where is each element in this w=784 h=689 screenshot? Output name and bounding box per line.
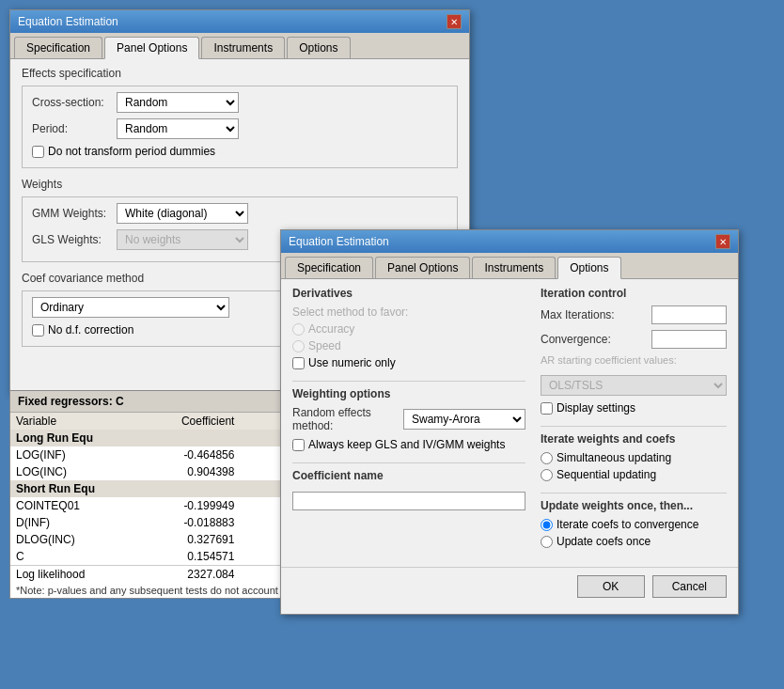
update-coefs-label: Update coefs once	[557, 535, 651, 548]
iteration-group: Iteration control Max Iterations: 5000 C…	[541, 287, 727, 415]
period-group: Period: Random	[32, 118, 447, 139]
no-df-checkbox[interactable]	[32, 324, 44, 337]
window2-tabbar: Specification Panel Options Instruments …	[281, 253, 738, 279]
coef-cointeq: -0.199949	[138, 497, 241, 514]
ar-starting-label: AR starting coefficient values:	[541, 354, 727, 366]
accuracy-option: Accuracy	[292, 322, 525, 336]
window2-btnbar: OK Cancel	[281, 567, 738, 605]
weighting-group: Weighting options Random effects method:…	[292, 387, 525, 451]
select-method-label: Select method to favor:	[292, 305, 525, 319]
window2-left: Derivatives Select method to favor: Accu…	[292, 287, 525, 559]
iteration-title: Iteration control	[541, 287, 727, 300]
simultaneous-label: Simultaneous updating	[557, 451, 671, 464]
iterate-coefs-option: Iterate coefs to convergence	[541, 518, 727, 531]
gls-weights-select[interactable]: No weights	[117, 229, 248, 250]
var-cointeq: COINTEQ01	[10, 497, 138, 514]
log-likelihood-label: Log likelihood	[10, 566, 138, 584]
gmm-weights-group: GMM Weights: White (diagonal)	[32, 203, 447, 224]
period-select[interactable]: Random	[117, 118, 239, 139]
gls-weights-label: GLS Weights:	[32, 233, 117, 246]
ar-starting-select[interactable]: OLS/TSLS	[541, 375, 727, 396]
random-effects-label: Random effects method:	[292, 406, 396, 432]
tab2-panel-options[interactable]: Panel Options	[375, 257, 470, 278]
coef-cov-select[interactable]: Ordinary	[32, 297, 229, 318]
iterate-coefs-label: Iterate coefs to convergence	[557, 518, 698, 531]
speed-label: Speed	[308, 339, 341, 352]
effects-section-label: Effects specification	[22, 67, 458, 80]
coef-name-title: Coefficient name	[292, 469, 525, 482]
update-coefs-option: Update coefs once	[541, 535, 727, 548]
iterate-weights-title: Iterate weights and coefs	[541, 432, 727, 446]
always-keep-label: Always keep GLS and IV/GMM weights	[308, 438, 505, 451]
derivatives-title: Derivatives	[292, 287, 525, 300]
var-dinf: D(INF)	[10, 514, 138, 531]
coef-loginc: 0.904398	[138, 463, 241, 480]
random-effects-select[interactable]: Swamy-Arora	[403, 409, 525, 430]
random-effects-row: Random effects method: Swamy-Arora	[292, 406, 525, 432]
options-window: Equation Estimation ✕ Specification Pane…	[280, 229, 739, 615]
window2-close-button[interactable]: ✕	[715, 234, 730, 249]
simultaneous-option: Simultaneous updating	[541, 451, 727, 464]
gmm-weights-label: GMM Weights:	[32, 207, 117, 220]
col-coefficient: Coefficient	[138, 413, 241, 430]
accuracy-radio[interactable]	[292, 323, 305, 336]
use-numeric-option: Use numeric only	[292, 356, 525, 369]
tab-instruments[interactable]: Instruments	[201, 37, 285, 58]
window2-right: Iteration control Max Iterations: 5000 C…	[541, 287, 727, 559]
display-settings-option: Display settings	[541, 401, 727, 415]
window1-title: Equation Estimation	[18, 15, 118, 28]
var-c: C	[10, 548, 138, 566]
simultaneous-radio[interactable]	[541, 452, 553, 464]
window1-close-button[interactable]: ✕	[447, 14, 462, 29]
tab2-specification[interactable]: Specification	[285, 257, 373, 278]
period-label: Period:	[32, 122, 117, 135]
sequential-radio[interactable]	[541, 469, 553, 481]
max-iter-input[interactable]: 5000	[651, 305, 727, 324]
use-numeric-checkbox[interactable]	[292, 357, 305, 369]
window1-tabbar: Specification Panel Options Instruments …	[10, 33, 469, 59]
tab-specification[interactable]: Specification	[14, 37, 102, 58]
no-transform-label: Do not transform period dummies	[48, 145, 215, 158]
gmm-weights-select[interactable]: White (diagonal)	[117, 203, 248, 224]
coef-loginf: -0.464856	[138, 446, 241, 463]
window2-content: Derivatives Select method to favor: Accu…	[281, 279, 738, 567]
update-coefs-radio[interactable]	[541, 536, 553, 548]
convergence-label: Convergence:	[541, 333, 644, 346]
derivatives-group: Derivatives Select method to favor: Accu…	[292, 287, 525, 369]
weights-section-label: Weights	[22, 178, 458, 191]
tab-panel-options[interactable]: Panel Options	[104, 37, 199, 59]
coef-c: 0.154571	[138, 548, 241, 566]
cross-section-label: Cross-section:	[32, 96, 117, 109]
coef-name-group: Coefficient name C	[292, 469, 525, 510]
var-loginc: LOG(INC)	[10, 463, 138, 480]
speed-option: Speed	[292, 339, 525, 352]
convergence-input[interactable]: 1e-008	[651, 330, 727, 349]
weighting-title: Weighting options	[292, 387, 525, 400]
no-transform-checkbox[interactable]	[32, 146, 44, 158]
tab2-options[interactable]: Options	[557, 257, 620, 279]
ok-button[interactable]: OK	[577, 575, 645, 598]
var-loginf: LOG(INF)	[10, 446, 138, 463]
coef-dloginc: 0.327691	[138, 531, 241, 548]
tab2-instruments[interactable]: Instruments	[472, 257, 556, 278]
no-df-label: No d.f. correction	[48, 323, 133, 337]
always-keep-checkbox[interactable]	[292, 439, 305, 451]
window2-title: Equation Estimation	[289, 235, 389, 248]
speed-radio[interactable]	[292, 340, 305, 352]
iterate-coefs-radio[interactable]	[541, 519, 553, 531]
col-variable: Variable	[10, 413, 138, 430]
tab-options[interactable]: Options	[287, 37, 350, 58]
ar-starting-row: AR starting coefficient values: OLS/TSLS	[541, 354, 727, 396]
display-settings-label: Display settings	[557, 401, 635, 415]
cancel-button[interactable]: Cancel	[652, 575, 727, 598]
update-weights-title: Update weights once, then...	[541, 499, 727, 512]
display-settings-checkbox[interactable]	[541, 402, 553, 415]
sequential-option: Sequential updating	[541, 468, 727, 481]
always-keep-option: Always keep GLS and IV/GMM weights	[292, 438, 525, 451]
cross-section-group: Cross-section: Random	[32, 92, 447, 113]
coef-name-input[interactable]: C	[292, 492, 525, 510]
accuracy-label: Accuracy	[308, 322, 354, 336]
update-weights-group: Update weights once, then... Iterate coe…	[541, 499, 727, 548]
cross-section-select[interactable]: Random	[117, 92, 239, 113]
iterate-weights-group: Iterate weights and coefs Simultaneous u…	[541, 432, 727, 481]
